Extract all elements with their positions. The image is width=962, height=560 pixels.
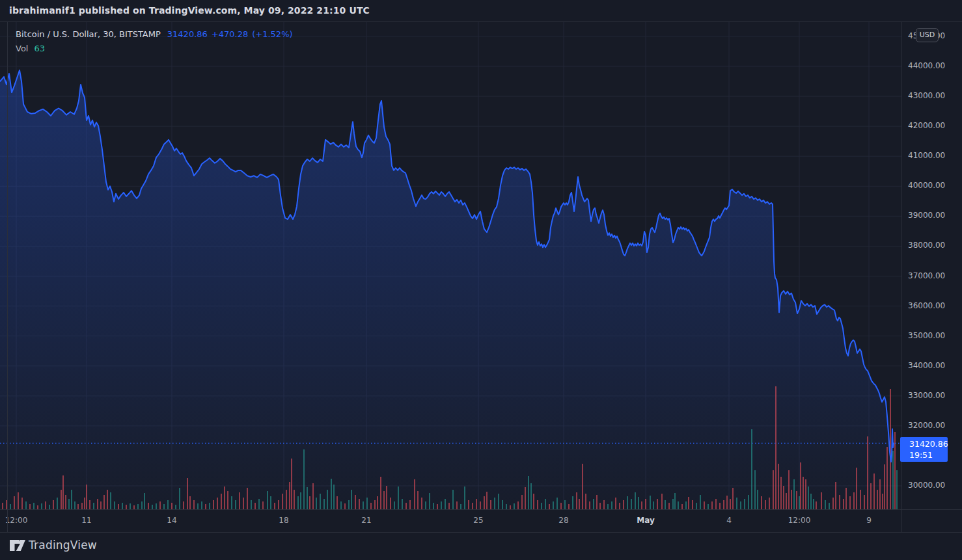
volume-bar-up (425, 501, 426, 509)
volume-bar-up (441, 501, 442, 509)
volume-bar-down (490, 500, 491, 509)
volume-bar-down (183, 501, 184, 509)
volume-bar-up (141, 501, 143, 509)
volume-bar-down (100, 501, 102, 509)
volume-bar-up (114, 501, 115, 509)
volume-bar-down (390, 498, 391, 509)
price-axis-label: 44000.00 (908, 61, 945, 70)
volume-bar-up (653, 501, 654, 509)
volume-bar-down (579, 499, 580, 509)
volume-bar-down (870, 483, 872, 509)
volume-bar-down (860, 490, 861, 509)
volume-bar-down (775, 386, 776, 509)
volume-bar-up (122, 503, 123, 509)
volume-bar-down (2, 503, 3, 509)
volume-bar-down (274, 503, 275, 509)
volume-bar-down (448, 503, 450, 509)
volume-bar-up (708, 504, 709, 509)
volume-bar-down (484, 496, 485, 509)
volume-bar-up (93, 503, 94, 509)
volume-bar-down (254, 503, 256, 509)
volume-bar-down (193, 500, 195, 509)
volume-bar-down (882, 494, 883, 509)
volume-bar-up (825, 500, 826, 509)
price-chart-plot[interactable] (0, 21, 901, 509)
volume-bar-up (74, 501, 76, 509)
volume-bar-down (778, 464, 779, 509)
volume-bar-down (585, 494, 586, 509)
volume-bar-up (545, 499, 546, 509)
volume-bar-up (33, 503, 34, 509)
volume-bar-down (370, 503, 372, 509)
volume-bar-down (224, 487, 225, 509)
volume-bar-up (572, 496, 573, 509)
volume-bar-up (297, 496, 299, 509)
volume-bar-down (853, 492, 855, 509)
currency-toggle-button[interactable]: USD (916, 28, 939, 42)
pane-top-border (0, 21, 962, 22)
tradingview-logo-icon[interactable] (9, 539, 26, 552)
volume-bar-up (209, 503, 210, 509)
last-price-value: 31420.86 (900, 438, 948, 449)
price-axis-label: 35000.00 (908, 331, 945, 340)
volume-bar-down (711, 501, 713, 509)
volume-bar-up (152, 505, 153, 509)
volume-bar-down (61, 490, 62, 509)
price-axis-label: 36000.00 (908, 301, 945, 310)
volume-bar-up (607, 504, 609, 509)
time-axis-label: 12:00 (0, 516, 39, 525)
volume-bar-down (344, 503, 346, 509)
time-axis[interactable]: 12:00111418212528May412:009 (0, 509, 901, 532)
volume-bar-up (49, 505, 50, 509)
volume-bar-up (530, 483, 532, 509)
volume-bar-up (366, 498, 368, 509)
price-axis-label: 43000.00 (908, 91, 945, 100)
volume-bar-up (672, 499, 674, 509)
volume-bar-down (171, 503, 172, 509)
volume-bar-up (810, 494, 812, 509)
price-axis-label: 30000.00 (908, 481, 945, 490)
volume-bar-up (71, 490, 72, 509)
volume-label: Vol (16, 44, 28, 53)
volume-bar-up (502, 500, 503, 509)
volume-bar-down (603, 500, 605, 509)
volume-bar-down (414, 479, 415, 509)
volume-bar-up (593, 499, 594, 509)
volume-bar-down (217, 498, 218, 509)
volume-bar-down (623, 500, 624, 509)
volume-bar-up (736, 498, 737, 509)
price-axis-label: 37000.00 (908, 271, 945, 280)
volume-bar-down (359, 499, 360, 509)
volume-bar-down (525, 487, 526, 509)
time-axis-label: 4 (706, 516, 752, 525)
volume-bar-down (732, 488, 734, 509)
volume-bar-down (21, 498, 23, 509)
volume-bar-down (14, 496, 15, 509)
volume-bar-down (800, 462, 801, 509)
volume-bar-up (757, 490, 758, 509)
volume-bar-down (688, 497, 689, 509)
brand-wordmark[interactable]: TradingView (29, 539, 97, 552)
legend-change: +470.28 (212, 29, 248, 39)
volume-bar-down (472, 503, 473, 509)
volume-bar-down (730, 499, 731, 509)
volume-bar-down (45, 501, 46, 509)
volume-bar-down (576, 492, 577, 509)
volume-bar-up (829, 503, 830, 509)
volume-bar-down (582, 464, 583, 509)
volume-bar-up (163, 504, 165, 509)
volume-bar-down (278, 500, 279, 509)
volume-bar-down (374, 500, 376, 509)
volume-bar-down (291, 459, 292, 509)
volume-bar-up (464, 487, 465, 509)
volume-bar-down (18, 492, 19, 509)
volume-bar-up (896, 470, 898, 509)
volume-bar-up (68, 499, 70, 509)
volume-bar-up (685, 501, 687, 509)
pane-left-border (7, 21, 8, 532)
volume-bar-down (796, 491, 797, 509)
volume-bar-down (62, 475, 64, 509)
symbol-title[interactable]: Bitcoin / U.S. Dollar, 30, BITSTAMP (16, 29, 161, 39)
volume-bar-down (681, 504, 683, 509)
tradingview-chart-snapshot: ibrahimanif1 published on TradingView.co… (0, 0, 962, 560)
